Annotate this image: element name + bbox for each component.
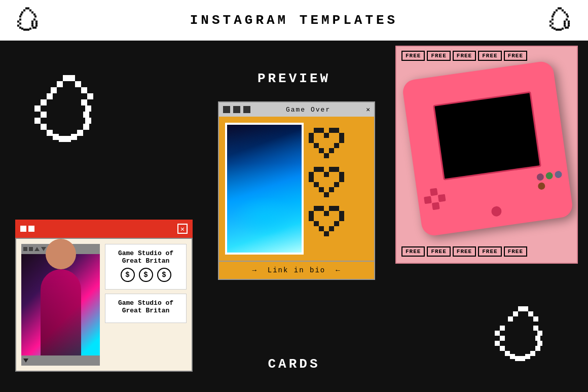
svg-rect-84 (329, 128, 334, 133)
coin-3: $ (157, 268, 171, 282)
svg-rect-55 (568, 25, 570, 27)
svg-rect-112 (329, 206, 334, 211)
free-badge-t5: FREE (504, 51, 527, 61)
girl-photo-frame (225, 123, 304, 255)
svg-rect-40 (552, 19, 554, 21)
svg-rect-32 (562, 10, 564, 12)
svg-rect-45 (556, 29, 558, 31)
header-cherry-right (547, 7, 573, 34)
svg-rect-129 (533, 316, 538, 322)
svg-rect-78 (85, 118, 91, 124)
svg-rect-137 (515, 356, 520, 361)
side-dot-r2 (577, 84, 578, 90)
pixel-heart-1 (309, 128, 344, 161)
svg-rect-82 (314, 128, 319, 133)
svg-rect-132 (500, 336, 505, 341)
svg-rect-95 (324, 153, 329, 158)
game-window-bar: Game Over ✕ (219, 102, 374, 117)
svg-rect-7 (33, 14, 35, 16)
svg-rect-125 (523, 306, 528, 311)
game-window-footer: Link in bio (219, 261, 374, 279)
svg-rect-1 (27, 8, 29, 10)
psp-body (401, 60, 574, 237)
svg-rect-123 (324, 231, 329, 236)
left-column: ✕ (0, 41, 198, 392)
header-cherry-left (15, 7, 41, 34)
svg-rect-9 (34, 16, 36, 18)
svg-rect-20 (33, 19, 35, 21)
free-badge-b3: FREE (453, 246, 476, 257)
svg-rect-14 (19, 27, 21, 29)
iw-dot-1 (23, 247, 27, 251)
svg-rect-5 (31, 12, 33, 14)
side-dot-r1 (577, 67, 578, 73)
footer-arrow-right (336, 266, 341, 274)
svg-rect-141 (535, 346, 540, 351)
free-badge-b1: FREE (401, 246, 425, 257)
svg-rect-24 (35, 23, 38, 25)
svg-rect-4 (21, 12, 23, 14)
svg-rect-48 (562, 28, 564, 30)
svg-rect-114 (309, 211, 314, 216)
svg-rect-139 (525, 354, 530, 359)
svg-rect-73 (59, 136, 65, 142)
pixel-heart-3 (309, 206, 344, 239)
svg-rect-54 (564, 25, 566, 27)
game-window-body (219, 117, 374, 261)
svg-rect-133 (495, 341, 500, 346)
svg-rect-19 (29, 28, 31, 30)
svg-rect-98 (329, 167, 334, 172)
window-card: ✕ (15, 220, 193, 372)
svg-rect-43 (552, 27, 554, 29)
svg-rect-87 (324, 133, 329, 138)
svg-rect-69 (34, 118, 41, 124)
svg-rect-102 (339, 172, 344, 177)
svg-rect-26 (35, 25, 38, 27)
svg-rect-93 (319, 148, 324, 153)
svg-rect-77 (83, 124, 89, 130)
psp-right-controls (536, 170, 564, 190)
psp-left-controls (423, 187, 447, 211)
free-badge-t3: FREE (453, 51, 476, 61)
svg-rect-144 (537, 331, 542, 336)
svg-rect-53 (568, 23, 570, 25)
svg-rect-50 (564, 21, 566, 23)
window-dot-1 (20, 226, 26, 232)
free-badge-b4: FREE (478, 246, 501, 257)
side-dot-r6 (577, 153, 578, 159)
svg-rect-49 (566, 19, 568, 21)
preview-label: PREVIEW (258, 71, 330, 86)
svg-rect-65 (87, 93, 93, 99)
svg-rect-46 (558, 29, 560, 31)
side-dot-r4 (577, 119, 578, 125)
svg-rect-74 (65, 136, 71, 142)
window-close-button[interactable]: ✕ (177, 224, 188, 234)
svg-rect-131 (500, 326, 505, 331)
game-btn-2 (233, 106, 240, 113)
svg-rect-52 (564, 23, 566, 25)
svg-rect-116 (339, 211, 344, 216)
footer-text: Link in bio (268, 266, 325, 274)
coin-2: $ (139, 268, 153, 282)
svg-rect-68 (41, 112, 47, 118)
svg-rect-70 (41, 124, 47, 130)
svg-rect-140 (530, 351, 535, 356)
svg-rect-57 (567, 27, 569, 29)
svg-rect-76 (77, 130, 83, 136)
coin-1: $ (121, 268, 135, 282)
svg-rect-29 (558, 8, 560, 10)
svg-rect-110 (314, 206, 319, 211)
svg-rect-59 (69, 75, 75, 81)
info-card-title-1: Game Studio of Great Britan (111, 250, 181, 265)
side-dot-r5 (577, 136, 578, 142)
svg-rect-81 (81, 99, 87, 105)
svg-rect-97 (319, 167, 324, 172)
game-window-close[interactable]: ✕ (366, 105, 370, 114)
svg-rect-30 (560, 8, 562, 10)
svg-rect-103 (309, 177, 314, 182)
svg-rect-106 (334, 182, 339, 187)
svg-rect-134 (500, 346, 505, 351)
svg-rect-136 (510, 354, 515, 359)
main-content: ✕ (0, 41, 588, 392)
svg-rect-16 (23, 29, 25, 31)
